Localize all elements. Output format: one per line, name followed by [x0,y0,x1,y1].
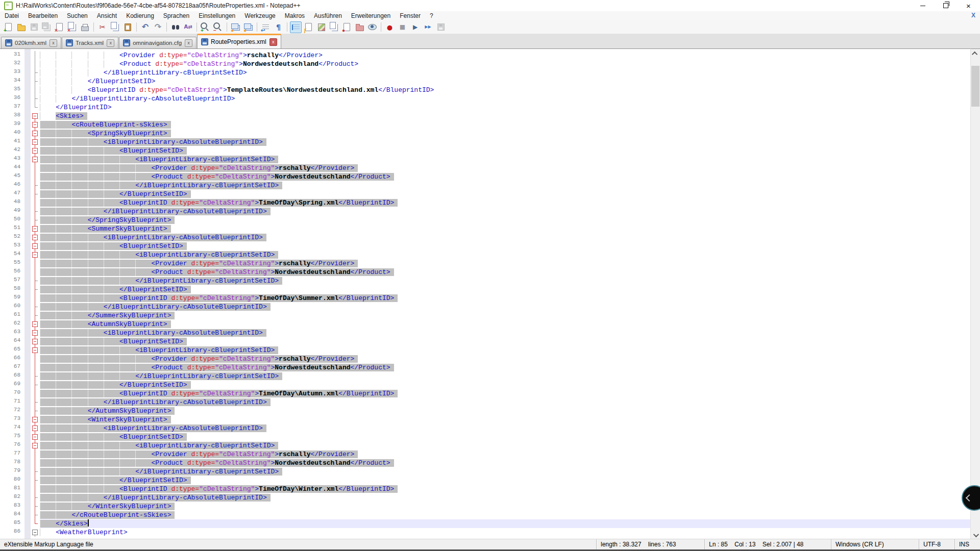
code-text[interactable]: </SpringSkyBlueprint> [40,216,970,224]
bookmark-cell[interactable] [24,493,31,502]
bookmark-cell[interactable] [24,146,31,155]
bookmark-cell[interactable] [24,86,31,94]
bookmark-cell[interactable] [24,60,31,68]
menu-?[interactable]: ? [425,11,438,20]
menu-kodierung[interactable]: Kodierung [121,11,159,20]
code-text[interactable]: </WinterSkyBlueprint> [40,502,970,511]
status-eol-format[interactable]: Windows (CR LF) [831,539,919,549]
code-text[interactable]: <SpringSkyBlueprint> [40,129,970,138]
bookmark-cell[interactable] [24,224,31,233]
tab-close-icon[interactable]: x [50,39,57,47]
tab-tracks-xml[interactable]: Tracks.xmlx [62,37,118,48]
bookmark-cell[interactable] [24,51,31,60]
indent-guide-icon[interactable] [290,21,302,33]
code-text[interactable]: <BlueprintID d:type="cDeltaString">TimeO… [40,294,970,303]
undo-icon[interactable]: ↶ [139,21,151,33]
minimize-button[interactable] [911,0,934,11]
bookmark-cell[interactable] [24,164,31,172]
code-text[interactable]: </AutumnSkyBlueprint> [40,407,970,415]
fold-collapse-icon[interactable] [32,252,38,258]
tab-020kmh-xml[interactable]: 020kmh.xmlx [1,37,61,48]
copy-icon[interactable] [109,21,121,33]
plugin-doc-icon[interactable]: ● [341,21,353,33]
code-text[interactable]: <iBlueprintLibrary-cBlueprintSetID> [40,346,970,355]
code-text[interactable]: </iBlueprintLibrary-cBlueprintSetID> [40,372,970,381]
menu-suchen[interactable]: Suchen [62,11,92,20]
bookmark-cell[interactable] [24,268,31,277]
menu-bearbeiten[interactable]: Bearbeiten [23,11,62,20]
code-text[interactable]: </iBlueprintLibrary-cBlueprintSetID> [40,277,970,285]
scroll-down-button[interactable] [971,531,980,539]
tab-close-icon[interactable]: x [107,39,114,47]
code-text[interactable]: <Provider d:type="cDeltaString">rschally… [40,450,970,459]
bookmark-cell[interactable] [24,320,31,329]
bookmark-cell[interactable] [24,485,31,493]
menu-ansicht[interactable]: Ansicht [92,11,121,20]
bookmark-cell[interactable] [24,519,31,528]
open-file-icon[interactable] [15,21,27,33]
file-monitoring-icon[interactable] [366,21,378,33]
bookmark-cell[interactable] [24,433,31,441]
code-text[interactable]: <Provider d:type="cDeltaString">rschally… [40,355,970,363]
tab-omninavigation-cfg[interactable]: omninavigation.cfgx [119,37,197,48]
code-text[interactable]: <BlueprintID d:type="cDeltaString">TimeO… [40,389,970,398]
fold-collapse-icon[interactable] [32,226,38,232]
macro-save-icon[interactable] [435,21,447,33]
bookmark-cell[interactable] [24,259,31,268]
fold-collapse-icon[interactable] [32,530,38,535]
bookmark-cell[interactable] [24,198,31,207]
code-text[interactable]: <BlueprintID d:type="cDeltaString">TimeO… [40,485,970,493]
code-text[interactable]: </iBlueprintLibrary-cBlueprintSetID> [40,467,970,476]
code-text[interactable]: <Product d:type="cDeltaString">Nordwestd… [40,172,970,181]
bookmark-cell[interactable] [24,381,31,389]
code-text[interactable]: </iBlueprintLibrary-cAbsoluteBlueprintID… [40,398,970,407]
code-text[interactable]: <Product d:type="cDeltaString">Nordwestd… [40,459,970,467]
bookmark-cell[interactable] [24,181,31,190]
bookmark-cell[interactable] [24,441,31,450]
new-file-icon[interactable]: + [3,21,14,33]
bookmark-cell[interactable] [24,346,31,355]
menu-erweiterungen[interactable]: Erweiterungen [347,11,395,20]
code-text[interactable]: </BlueprintSetID> [40,285,970,294]
bookmark-cell[interactable] [24,94,31,103]
sync-scroll-horizontal-icon[interactable]: ● [242,21,254,33]
fold-collapse-icon[interactable] [32,347,38,353]
bookmark-cell[interactable] [24,251,31,259]
status-encoding[interactable]: UTF-8 [919,539,954,549]
code-text[interactable]: </BlueprintID> [40,103,970,112]
bookmark-cell[interactable] [24,303,31,311]
code-text[interactable]: <SummerSkyBlueprint> [40,224,970,233]
bookmark-cell[interactable] [24,233,31,242]
fold-collapse-icon[interactable] [32,339,38,344]
close-file-icon[interactable]: × [54,21,65,33]
bookmark-cell[interactable] [24,112,31,120]
bookmark-cell[interactable] [24,329,31,337]
code-text[interactable]: </SummerSkyBlueprint> [40,311,970,320]
bookmark-cell[interactable] [24,216,31,224]
code-text[interactable]: <iBlueprintLibrary-cBlueprintSetID> [40,251,970,259]
document-switcher-icon[interactable] [328,21,340,33]
tab-routeproperties-xml[interactable]: RouteProperties.xmlx [197,34,281,48]
print-icon[interactable] [79,21,91,33]
replace-icon[interactable]: A⇄ [182,21,194,33]
close-button[interactable]: × [957,0,980,11]
fold-collapse-icon[interactable] [32,243,38,249]
fold-collapse-icon[interactable] [32,131,38,136]
code-text[interactable]: </iBlueprintLibrary-cAbsoluteBlueprintID… [40,94,970,103]
code-text[interactable]: </cRouteBlueprint-sSkies> [40,511,970,519]
code-text[interactable]: <BlueprintSetID> [40,337,970,346]
bookmark-cell[interactable] [24,424,31,433]
code-text[interactable]: </iBlueprintLibrary-cAbsoluteBlueprintID… [40,303,970,311]
code-text[interactable]: <Skies> [40,112,970,120]
bookmark-cell[interactable] [24,129,31,138]
zoom-in-icon[interactable]: + [200,21,211,33]
code-text[interactable]: <BlueprintSetID> [40,433,970,441]
menu-sprachen[interactable]: Sprachen [159,11,194,20]
bookmark-cell[interactable] [24,277,31,285]
code-text[interactable]: </BlueprintSetID> [40,77,970,86]
bookmark-cell[interactable] [24,372,31,381]
bookmark-cell[interactable] [24,242,31,251]
folder-as-workspace-icon[interactable] [354,21,365,33]
fold-collapse-icon[interactable] [32,330,38,336]
bookmark-cell[interactable] [24,502,31,511]
